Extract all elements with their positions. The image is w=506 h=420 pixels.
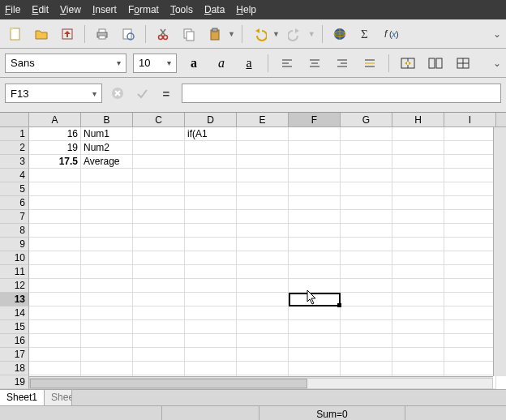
cell-A2[interactable]: 19 — [29, 141, 81, 155]
cell-D12[interactable] — [185, 279, 237, 293]
cell-H8[interactable] — [392, 224, 444, 238]
row-header-11[interactable]: 11 — [0, 265, 29, 279]
cell-G15[interactable] — [341, 320, 392, 334]
cell-B5[interactable] — [81, 182, 133, 196]
cell-B1[interactable]: Num1 — [81, 127, 133, 141]
cell-G3[interactable] — [341, 155, 392, 169]
row-header-4[interactable]: 4 — [0, 169, 29, 182]
cut-button[interactable] — [152, 24, 174, 45]
cell-B10[interactable] — [81, 251, 133, 265]
copy-button[interactable] — [178, 24, 199, 45]
font-size-combo[interactable]: 10 ▾ — [133, 54, 177, 73]
cell-B3[interactable]: Average — [81, 155, 133, 169]
cell-G14[interactable] — [341, 306, 392, 320]
cell-F5[interactable] — [289, 182, 341, 196]
cell-D6[interactable] — [185, 196, 237, 210]
cell-D1[interactable]: if(A1 — [185, 127, 237, 141]
cell-G17[interactable] — [341, 348, 392, 362]
vertical-scrollbar[interactable] — [493, 127, 506, 376]
cell-C9[interactable] — [133, 238, 185, 251]
cell-B8[interactable] — [81, 224, 133, 238]
cell-C3[interactable] — [133, 155, 185, 169]
cell-F18[interactable] — [289, 362, 341, 375]
cell-F3[interactable] — [289, 155, 341, 169]
cell-H14[interactable] — [392, 306, 444, 320]
cell-B13[interactable] — [81, 293, 133, 306]
cell-A9[interactable] — [29, 238, 81, 251]
cell-G6[interactable] — [341, 196, 392, 210]
cell-G9[interactable] — [341, 238, 392, 251]
row-header-17[interactable]: 17 — [0, 348, 29, 362]
row-header-10[interactable]: 10 — [0, 251, 29, 265]
cell-I3[interactable] — [444, 155, 496, 169]
cell-A17[interactable] — [29, 348, 81, 362]
cell-C12[interactable] — [133, 279, 185, 293]
cell-F12[interactable] — [289, 279, 341, 293]
cell-I11[interactable] — [444, 265, 496, 279]
cell-I7[interactable] — [444, 210, 496, 224]
cell-H11[interactable] — [392, 265, 444, 279]
cell-E12[interactable] — [237, 279, 289, 293]
row-header-6[interactable]: 6 — [0, 196, 29, 210]
merge-cells-button[interactable] — [397, 53, 418, 74]
menu-insert[interactable]: Insert — [92, 4, 117, 15]
cell-C5[interactable] — [133, 182, 185, 196]
cell-G13[interactable] — [341, 293, 392, 306]
col-header-I[interactable]: I — [444, 113, 496, 126]
grid-button[interactable] — [452, 53, 474, 74]
col-header-F[interactable]: F — [289, 113, 341, 126]
cell-C14[interactable] — [133, 306, 185, 320]
cell-B18[interactable] — [81, 362, 133, 375]
row-header-13[interactable]: 13 — [0, 293, 29, 306]
cell-E4[interactable] — [237, 169, 289, 182]
cell-E5[interactable] — [237, 182, 289, 196]
cell-G12[interactable] — [341, 279, 392, 293]
cell-F14[interactable] — [289, 306, 341, 320]
cell-E8[interactable] — [237, 224, 289, 238]
cell-H5[interactable] — [392, 182, 444, 196]
cell-D9[interactable] — [185, 238, 237, 251]
cell-D18[interactable] — [185, 362, 237, 375]
align-left-button[interactable] — [277, 53, 298, 74]
cell-F15[interactable] — [289, 320, 341, 334]
undo-dropdown-icon[interactable]: ▼ — [272, 30, 280, 38]
row-header-8[interactable]: 8 — [0, 224, 29, 238]
cell-C1[interactable] — [133, 127, 185, 141]
cell-F17[interactable] — [289, 348, 341, 362]
hyperlink-button[interactable] — [329, 24, 350, 45]
cell-A11[interactable] — [29, 265, 81, 279]
cell-D4[interactable] — [185, 169, 237, 182]
cell-I6[interactable] — [444, 196, 496, 210]
cell-G8[interactable] — [341, 224, 392, 238]
col-header-A[interactable]: A — [29, 113, 81, 126]
cell-F1[interactable] — [289, 127, 341, 141]
cell-G1[interactable] — [341, 127, 392, 141]
align-center-button[interactable] — [304, 53, 325, 74]
cell-I9[interactable] — [444, 238, 496, 251]
cell-B14[interactable] — [81, 306, 133, 320]
paste-dropdown-icon[interactable]: ▼ — [228, 30, 235, 38]
cell-B4[interactable] — [81, 169, 133, 182]
cell-I1[interactable] — [444, 127, 496, 141]
cell-A8[interactable] — [29, 224, 81, 238]
horizontal-scrollbar[interactable] — [29, 376, 493, 389]
cell-C11[interactable] — [133, 265, 185, 279]
cell-E15[interactable] — [237, 320, 289, 334]
cell-D3[interactable] — [185, 155, 237, 169]
cell-A12[interactable] — [29, 279, 81, 293]
cell-C6[interactable] — [133, 196, 185, 210]
row-header-12[interactable]: 12 — [0, 279, 29, 293]
cell-F8[interactable] — [289, 224, 341, 238]
wrap-button[interactable] — [425, 53, 446, 74]
cell-B11[interactable] — [81, 265, 133, 279]
print-preview-button[interactable] — [118, 24, 139, 45]
cell-I13[interactable] — [444, 293, 496, 306]
col-header-E[interactable]: E — [237, 113, 289, 126]
underline-button[interactable]: a — [238, 53, 259, 74]
redo-button[interactable] — [285, 24, 306, 45]
cell-F6[interactable] — [289, 196, 341, 210]
row-header-18[interactable]: 18 — [0, 362, 29, 375]
cell-E9[interactable] — [237, 238, 289, 251]
toolbar-overflow-icon[interactable]: ⌄ — [493, 58, 501, 69]
equals-button[interactable]: = — [157, 84, 175, 102]
